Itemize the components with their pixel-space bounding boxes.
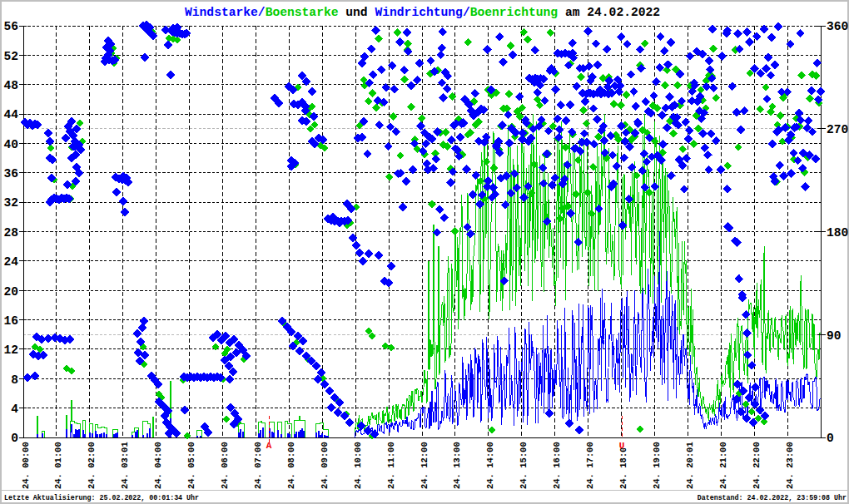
svg-text:90: 90	[827, 329, 842, 343]
svg-text:Letzte Aktualisierung: 25.02.2: Letzte Aktualisierung: 25.02.2022, 00:01…	[4, 494, 199, 502]
svg-text:24. 14:00: 24. 14:00	[485, 442, 495, 489]
svg-text:24. 15:00: 24. 15:00	[519, 442, 529, 489]
svg-text:32: 32	[3, 196, 18, 210]
svg-text:0: 0	[11, 432, 18, 445]
svg-text:180: 180	[827, 226, 848, 240]
svg-text:12: 12	[3, 343, 18, 357]
svg-text:24: 24	[3, 255, 18, 269]
svg-text:24. 05:00: 24. 05:00	[186, 442, 196, 489]
svg-text:Datenstand: 24.02.2022, 23:59:: Datenstand: 24.02.2022, 23:59:08 Uhr	[698, 494, 847, 502]
svg-text:24. 21:00: 24. 21:00	[718, 442, 728, 489]
svg-text:24. 01:00: 24. 01:00	[53, 442, 63, 489]
svg-text:4: 4	[11, 403, 18, 416]
svg-text:24. 10:00: 24. 10:00	[353, 442, 363, 489]
svg-text:24. 22:00: 24. 22:00	[752, 442, 762, 489]
svg-text:A: A	[266, 441, 272, 451]
svg-text:24. 03:01: 24. 03:01	[120, 442, 130, 489]
svg-text:24. 20:01: 24. 20:01	[685, 442, 695, 489]
svg-text:20: 20	[3, 285, 18, 299]
svg-text:24. 08:00: 24. 08:00	[286, 442, 296, 489]
svg-text:U: U	[619, 441, 625, 451]
svg-text:Windstarke/Boenstarke und Wind: Windstarke/Boenstarke und Windrichtung/B…	[185, 6, 660, 19]
svg-text:44: 44	[3, 108, 18, 121]
svg-text:52: 52	[3, 50, 18, 63]
svg-text:56: 56	[3, 20, 18, 33]
svg-text:16: 16	[3, 314, 18, 328]
svg-text:8: 8	[11, 373, 18, 387]
svg-text:360: 360	[827, 20, 848, 33]
svg-text:24. 06:00: 24. 06:00	[220, 442, 230, 489]
svg-text:24. 04:00: 24. 04:00	[153, 442, 163, 489]
svg-text:24. 00:00: 24. 00:00	[21, 442, 31, 489]
svg-text:48: 48	[3, 79, 18, 92]
svg-text:36: 36	[3, 167, 18, 180]
svg-text:28: 28	[3, 226, 18, 240]
svg-text:24. 11:00: 24. 11:00	[386, 442, 396, 489]
svg-text:0: 0	[827, 432, 834, 445]
svg-text:24. 07:00: 24. 07:00	[253, 442, 263, 489]
svg-text:24. 02:00: 24. 02:00	[87, 442, 97, 489]
svg-text:270: 270	[827, 123, 848, 136]
svg-text:24. 23:00: 24. 23:00	[785, 442, 795, 489]
svg-text:24. 16:00: 24. 16:00	[552, 442, 562, 489]
svg-text:40: 40	[3, 138, 18, 151]
svg-text:24. 12:00: 24. 12:00	[420, 442, 429, 489]
svg-text:24. 09:00: 24. 09:00	[320, 442, 330, 489]
svg-text:24. 13:00: 24. 13:00	[452, 442, 462, 489]
svg-text:24. 17:00: 24. 17:00	[585, 442, 595, 489]
svg-text:24. 19:00: 24. 19:00	[652, 442, 662, 489]
